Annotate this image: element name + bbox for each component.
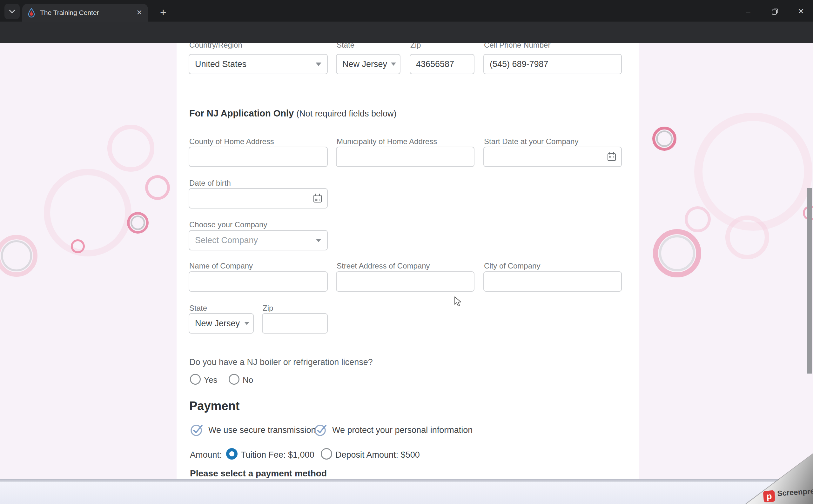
- license-yes-label: Yes: [204, 375, 217, 385]
- decor-ring: [0, 235, 37, 277]
- screen: The Training Center ✕ + – ✕: [0, 0, 813, 504]
- decor-ring: [694, 113, 812, 231]
- calendar-icon[interactable]: [312, 193, 323, 203]
- zip-input[interactable]: 43656587: [410, 54, 475, 74]
- zip-label: Zip: [410, 43, 421, 50]
- calendar-icon[interactable]: [607, 152, 617, 162]
- county-label: County of Home Address: [189, 137, 274, 146]
- tuition-fee-radio[interactable]: [226, 448, 237, 460]
- company-street-label: Street Address of Company: [336, 262, 430, 270]
- screenpresso-logo: p: [763, 490, 775, 502]
- mouse-cursor: [454, 296, 463, 307]
- cell-phone-label: Cell Phone Number: [484, 43, 550, 50]
- tuition-fee-label: Tuition Fee: $1,000: [241, 450, 314, 460]
- company-name-label: Name of Company: [189, 262, 253, 270]
- start-date-label: Start Date at your Company: [484, 137, 578, 146]
- deposit-amount-label: Deposit Amount: $500: [335, 450, 420, 460]
- scrollbar-thumb[interactable]: [807, 188, 812, 374]
- nj-section-subtitle: (Not required fields below): [296, 109, 396, 118]
- browser-titlebar: The Training Center ✕ + – ✕: [0, 0, 813, 22]
- secure-transmission-text: We use secure transmission: [208, 425, 316, 435]
- dob-input[interactable]: [189, 188, 328, 209]
- browser-toolbar: ttc-uat2.fingent.net/web-register/regist…: [0, 22, 813, 43]
- amount-label: Amount:: [190, 450, 222, 460]
- decor-ring: [44, 169, 131, 256]
- protect-information-text: We protect your personal information: [332, 425, 473, 435]
- municipality-input[interactable]: [336, 147, 475, 167]
- license-yes-radio[interactable]: [190, 374, 201, 385]
- decor-ring: [107, 125, 154, 172]
- country-label: Country/Region: [189, 43, 242, 50]
- decor-ring: [653, 229, 701, 277]
- choose-company-label: Choose your Company: [189, 220, 267, 229]
- state-label: State: [336, 43, 354, 50]
- cell-phone-input[interactable]: (545) 689-7987: [483, 54, 622, 74]
- page-viewport: Country/Region State Zip Cell Phone Numb…: [0, 43, 813, 479]
- payment-title: Payment: [189, 399, 239, 413]
- taskbar: Search: [0, 482, 813, 504]
- window-restore-button[interactable]: [766, 6, 784, 17]
- company-state-label: State: [189, 304, 207, 313]
- tab-search-button[interactable]: [4, 4, 20, 19]
- deposit-amount-radio[interactable]: [321, 448, 332, 460]
- company-zip-label: Zip: [263, 304, 273, 313]
- company-street-input[interactable]: [336, 271, 475, 292]
- decor-ring: [71, 239, 85, 253]
- company-city-label: City of Company: [484, 262, 540, 270]
- decor-ring: [145, 175, 170, 200]
- company-select[interactable]: Select Company: [189, 230, 328, 250]
- browser-tab[interactable]: The Training Center ✕: [22, 4, 148, 22]
- window-close-button[interactable]: ✕: [792, 6, 810, 17]
- decor-ring: [127, 212, 149, 234]
- tab-title: The Training Center: [40, 9, 137, 17]
- payment-method-prompt: Please select a payment method: [190, 468, 327, 479]
- decor-ring: [652, 127, 676, 151]
- new-tab-button[interactable]: +: [156, 5, 170, 19]
- chevron-down-icon: [9, 10, 15, 13]
- chevron-down-icon: [316, 63, 321, 66]
- window-minimize-button[interactable]: –: [739, 6, 757, 17]
- chevron-down-icon: [244, 322, 249, 325]
- state-select[interactable]: New Jersey: [336, 54, 400, 74]
- nj-section-title: For NJ Application Only (Not required fi…: [189, 108, 396, 119]
- dob-label: Date of birth: [189, 179, 231, 188]
- window-bottom-edge: [0, 479, 813, 482]
- license-question: Do you have a NJ boiler or refrigeration…: [189, 357, 373, 367]
- tab-close-icon[interactable]: ✕: [137, 9, 142, 17]
- protect-check-icon: [314, 423, 328, 437]
- chevron-down-icon: [391, 63, 396, 66]
- country-select[interactable]: United States: [189, 54, 328, 74]
- company-zip-input[interactable]: [262, 313, 328, 334]
- county-input[interactable]: [189, 147, 328, 167]
- chevron-down-icon: [316, 239, 321, 242]
- decor-ring: [725, 216, 769, 259]
- company-state-select[interactable]: New Jersey: [189, 313, 254, 334]
- decor-ring: [685, 206, 711, 232]
- start-date-input[interactable]: [483, 147, 622, 167]
- license-no-radio[interactable]: [229, 374, 239, 385]
- secure-check-icon: [190, 423, 204, 437]
- site-favicon-droplet-icon: [27, 8, 36, 17]
- company-name-input[interactable]: [189, 271, 328, 292]
- municipality-label: Municipality of Home Address: [336, 137, 437, 146]
- company-city-input[interactable]: [483, 271, 622, 292]
- restore-icon: [771, 8, 778, 15]
- license-no-label: No: [243, 375, 253, 385]
